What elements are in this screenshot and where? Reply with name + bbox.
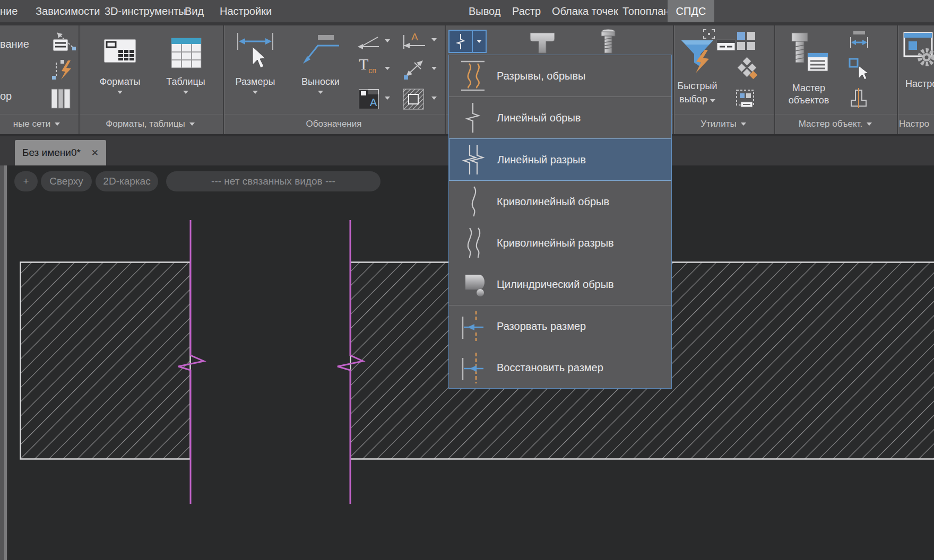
- tab-3d-tools[interactable]: 3D-инструменты: [105, 0, 186, 22]
- settings-button-label[interactable]: Настро: [905, 78, 934, 90]
- curved-cutoff-icon: [449, 185, 497, 218]
- squares-icon[interactable]: [736, 31, 756, 51]
- select-brackets-icon[interactable]: [702, 28, 716, 40]
- tab-raster[interactable]: Растр: [512, 0, 541, 22]
- menu-item-linear-break[interactable]: Линейный разрыв: [449, 138, 671, 181]
- tsp-sub: сп: [368, 66, 376, 75]
- cut-button-label[interactable]: вание: [0, 38, 29, 50]
- text-frame-icon[interactable]: A: [358, 88, 380, 110]
- tab-settings[interactable]: Настройки: [220, 0, 272, 22]
- panel-footer-formats[interactable]: Форматы, таблицы: [81, 116, 220, 133]
- chevron-down-icon[interactable]: [385, 39, 390, 42]
- tab-point-clouds[interactable]: Облака точек: [552, 0, 618, 22]
- panel-footer-label: Настро: [899, 119, 929, 129]
- menu-item-label: Цилиндрический обрыв: [497, 278, 614, 291]
- menu-item-breaks-group[interactable]: Разрывы, обрывы: [449, 55, 671, 97]
- dimensions-icon: [235, 31, 276, 73]
- leaders-button[interactable]: Выноски: [289, 31, 352, 94]
- tsp-text-icon[interactable]: Tсп: [359, 55, 376, 75]
- panel-footer-settings[interactable]: Настро: [899, 116, 934, 133]
- formats-button-label: Форматы: [100, 76, 141, 88]
- panel-footer-utils[interactable]: Утилиты: [674, 116, 773, 133]
- t-pillar-icon[interactable]: [527, 29, 558, 55]
- window-dash-icon[interactable]: [716, 39, 736, 51]
- menu-item-curved-break[interactable]: Криволинейный разрыв: [449, 222, 671, 264]
- quick-select-line1: Быстрый: [670, 80, 725, 93]
- tables-icon: [168, 32, 203, 73]
- tab-spds-active[interactable]: СПДС: [668, 0, 714, 22]
- menu-item-curved-cutoff[interactable]: Криволинейный обрыв: [449, 181, 671, 222]
- chevron-down-icon[interactable]: [431, 97, 437, 100]
- breaks-split-button[interactable]: [448, 30, 487, 53]
- chevron-down-icon: [741, 122, 746, 126]
- chevron-down-icon: [117, 91, 123, 94]
- chevron-down-icon[interactable]: [431, 38, 437, 41]
- object-master-icon: [786, 31, 831, 80]
- menu-item-restore-dimension[interactable]: Восстановить размер: [449, 347, 671, 388]
- cut-button-label[interactable]: ор: [0, 90, 12, 102]
- lightning-selection-icon[interactable]: [51, 58, 74, 81]
- settings-window-gear-icon[interactable]: [903, 32, 934, 77]
- linear-break-icon[interactable]: [449, 31, 472, 52]
- cylindrical-cutoff-icon: [449, 267, 497, 301]
- tab-dependencies[interactable]: Зависимости: [36, 0, 100, 22]
- quick-select-line2: выбор: [670, 93, 725, 106]
- panel-separator: [79, 25, 80, 134]
- linear-break-icon: [449, 143, 497, 177]
- chevron-down-icon: [183, 91, 188, 94]
- document-tab-label: Без имени0*: [22, 147, 81, 159]
- panel-footer-networks[interactable]: ные сети: [2, 116, 71, 133]
- formats-icon: [102, 32, 138, 73]
- hatch-square-icon[interactable]: [402, 88, 426, 110]
- tab-output[interactable]: Вывод: [469, 0, 500, 22]
- dim-bar-icon[interactable]: [848, 30, 870, 50]
- tab-truncated[interactable]: ние: [0, 0, 18, 22]
- blue-square-cursor-icon[interactable]: [848, 57, 870, 80]
- hatched-section-left[interactable]: [21, 262, 191, 459]
- chevron-down-icon: [189, 122, 195, 126]
- menu-item-cylindrical-cutoff[interactable]: Цилиндрический обрыв: [449, 264, 671, 305]
- leaders-button-label: Выноски: [301, 76, 340, 88]
- quick-select-button[interactable]: Быстрый выбор: [670, 80, 725, 106]
- breaks-dropdown-arrow[interactable]: [472, 31, 486, 52]
- close-icon[interactable]: ✕: [91, 147, 99, 159]
- t-profile-icon[interactable]: [848, 87, 869, 108]
- window-grid-icon[interactable]: [736, 89, 757, 109]
- panel-footer-symbols[interactable]: Обозначения: [224, 116, 444, 133]
- quick-select-funnel-icon[interactable]: [680, 39, 717, 80]
- menu-item-linear-cutoff[interactable]: Линейный обрыв: [449, 97, 671, 138]
- dim-text-icon[interactable]: A: [401, 31, 427, 52]
- document-tab[interactable]: Без имени0* ✕: [15, 140, 106, 165]
- tab-view[interactable]: Вид: [185, 0, 204, 22]
- svg-text:A: A: [411, 31, 418, 42]
- doc-arrow-icon[interactable]: [52, 30, 77, 55]
- panel-separator: [897, 25, 898, 134]
- chevron-down-icon[interactable]: [385, 97, 390, 100]
- chevron-down-icon: [867, 122, 872, 126]
- tables-button[interactable]: Таблицы: [154, 32, 218, 94]
- dimensions-button-label: Размеры: [236, 76, 275, 88]
- panel-footer-label: Обозначения: [306, 119, 362, 129]
- cross-arrows-icon[interactable]: [402, 58, 426, 81]
- restore-dimension-icon: [449, 351, 497, 384]
- menu-item-label: Разорвать размер: [497, 320, 586, 332]
- chevron-down-icon[interactable]: [431, 67, 437, 70]
- diamonds-icon[interactable]: [737, 57, 758, 81]
- object-master-button[interactable]: Мастер объектов: [779, 31, 838, 106]
- chevron-down-icon: [710, 99, 715, 102]
- a-letter: A: [370, 97, 377, 108]
- menu-item-label: Криволинейный обрыв: [497, 196, 609, 208]
- menu-item-break-dimension[interactable]: Разорвать размер: [449, 305, 671, 347]
- dimensions-button[interactable]: Размеры: [226, 31, 285, 94]
- tables-button-label: Таблицы: [166, 76, 205, 88]
- columns-icon[interactable]: [50, 88, 72, 109]
- leaders-icon: [299, 31, 342, 73]
- tab-topoplan[interactable]: Топоплан: [622, 0, 669, 22]
- bolt-icon[interactable]: [598, 28, 619, 55]
- panel-footer-master[interactable]: Мастер объект.: [775, 116, 896, 133]
- object-master-line1: Мастер: [792, 83, 825, 94]
- chevron-down-icon[interactable]: [385, 67, 390, 70]
- panel-footer-label: Утилиты: [700, 119, 737, 129]
- slope-symbol-icon[interactable]: [357, 33, 381, 51]
- formats-button[interactable]: Форматы: [86, 32, 154, 94]
